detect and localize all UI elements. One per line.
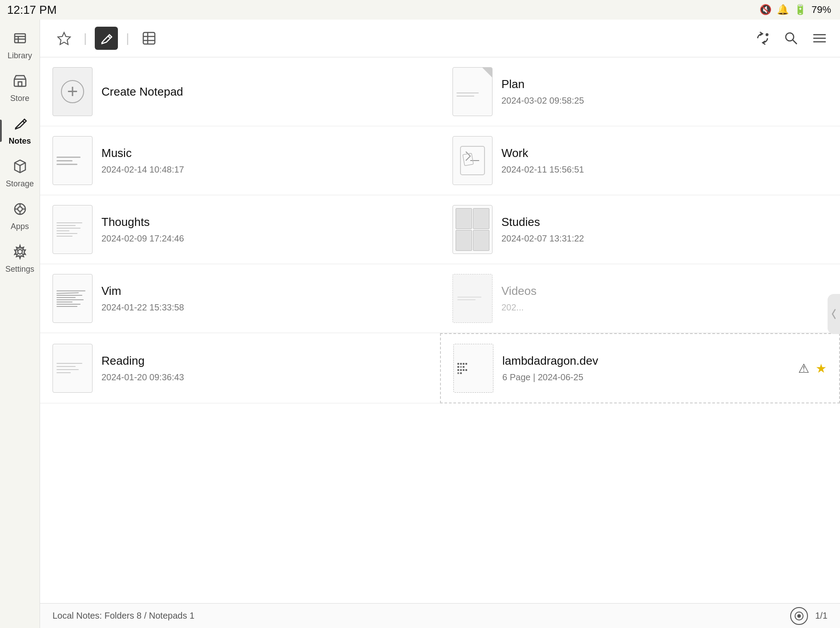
reading-date: 2024-01-20 09:36:43	[101, 372, 428, 382]
music-item[interactable]: Music 2024-02-14 10:48:17	[40, 126, 440, 195]
sidebar-item-apps-label: Apps	[11, 222, 29, 231]
music-name: Music	[101, 146, 428, 160]
videos-info: Videos 202...	[501, 284, 828, 313]
vim-date: 2024-01-22 15:33:58	[101, 302, 428, 313]
studies-thumb	[452, 205, 493, 254]
sidebar-item-library[interactable]: Library	[0, 24, 40, 67]
thoughts-item[interactable]: Thoughts 2024-02-09 17:24:46	[40, 195, 440, 264]
svg-point-30	[798, 615, 800, 617]
status-bar: 12:17 PM 🔇 🔔 🔋 79%	[0, 0, 840, 20]
reading-name: Reading	[101, 354, 428, 368]
svg-rect-28	[463, 153, 473, 165]
volume-icon: 🔇	[759, 4, 771, 16]
toolbar: | |	[40, 20, 840, 57]
vim-info: Vim 2024-01-22 15:33:58	[101, 284, 428, 313]
svg-rect-5	[18, 82, 22, 86]
studies-item[interactable]: Studies 2024-02-07 13:31:22	[440, 195, 840, 264]
svg-line-16	[108, 36, 110, 38]
work-info: Work 2024-02-11 15:56:51	[501, 146, 828, 175]
right-edge-handle[interactable]	[828, 294, 840, 334]
edit-button[interactable]	[95, 27, 118, 50]
svg-line-23	[793, 40, 797, 44]
sidebar-item-settings[interactable]: Settings	[0, 238, 40, 280]
studies-date: 2024-02-07 13:31:22	[501, 233, 828, 244]
svg-rect-17	[143, 32, 155, 44]
library-icon	[12, 30, 28, 48]
work-item[interactable]: Work 2024-02-11 15:56:51	[440, 126, 840, 195]
lambda-extras: ⚠ ★	[798, 361, 827, 376]
videos-date: 202...	[501, 302, 828, 313]
thoughts-thumb	[52, 205, 93, 254]
footer-page: 1/1	[815, 611, 828, 621]
status-footer: Local Notes: Folders 8 / Notepads 1 1/1	[40, 603, 840, 628]
favorites-button[interactable]	[52, 27, 76, 50]
status-time: 12:17 PM	[7, 3, 57, 17]
toolbar-sep-2: |	[126, 31, 129, 45]
svg-line-6	[23, 121, 24, 123]
sidebar-item-store-label: Store	[10, 94, 29, 103]
search-button[interactable]	[783, 30, 799, 46]
sidebar-item-storage[interactable]: Storage	[0, 152, 40, 195]
toolbar-right	[755, 30, 828, 46]
videos-thumb	[452, 274, 493, 323]
svg-marker-15	[58, 32, 70, 44]
lambda-info: lambdadragon.dev 6 Page | 2024-06-25	[502, 354, 789, 382]
create-plus-icon: +	[61, 80, 84, 103]
toolbar-left: | |	[52, 27, 161, 50]
thoughts-name: Thoughts	[101, 215, 428, 229]
footer-sync-button[interactable]	[790, 607, 808, 625]
svg-point-22	[786, 33, 794, 41]
thoughts-date: 2024-02-09 17:24:46	[101, 233, 428, 244]
battery-icon: 🔋	[794, 4, 806, 16]
create-notepad-label: Create Notepad	[101, 85, 428, 99]
sidebar-item-notes[interactable]: Notes	[0, 109, 40, 152]
footer-text: Local Notes: Folders 8 / Notepads 1	[52, 611, 194, 621]
battery-percent: 79%	[812, 4, 831, 16]
reading-info: Reading 2024-01-20 09:36:43	[101, 354, 428, 382]
store-icon	[12, 73, 28, 91]
star-filled-icon: ★	[816, 361, 827, 376]
lambda-name: lambdadragon.dev	[502, 354, 789, 368]
sidebar-item-apps[interactable]: Apps	[0, 195, 40, 238]
music-thumb	[52, 136, 93, 185]
sidebar-item-library-label: Library	[8, 51, 32, 60]
lambda-date: 6 Page | 2024-06-25	[502, 372, 789, 382]
studies-info: Studies 2024-02-07 13:31:22	[501, 215, 828, 244]
notification-icon: 🔔	[777, 4, 789, 16]
vim-item[interactable]: Vim 2024-01-22 15:33:58	[40, 264, 440, 333]
notes-list: + Create Notepad Plan 2024-03-02 09	[40, 57, 840, 603]
plan-item[interactable]: Plan 2024-03-02 09:58:25	[440, 57, 840, 126]
reading-thumb	[52, 344, 93, 393]
sidebar-item-notes-label: Notes	[8, 137, 31, 146]
music-info: Music 2024-02-14 10:48:17	[101, 146, 428, 175]
content-area: | |	[40, 20, 840, 628]
plan-info: Plan 2024-03-02 09:58:25	[501, 77, 828, 106]
sidebar-item-settings-label: Settings	[5, 265, 34, 274]
sidebar: Library Store Notes	[0, 20, 40, 628]
sync-button[interactable]	[755, 30, 771, 46]
notes-icon	[12, 116, 28, 134]
plan-thumb	[452, 67, 493, 116]
svg-rect-0	[15, 34, 25, 43]
storage-icon	[12, 158, 28, 177]
footer-right: 1/1	[790, 607, 828, 625]
create-notepad-item[interactable]: + Create Notepad	[40, 57, 440, 126]
menu-button[interactable]	[812, 30, 828, 46]
lambda-thumb	[453, 344, 493, 393]
svg-point-9	[18, 207, 22, 211]
lambdadragon-item[interactable]: lambdadragon.dev 6 Page | 2024-06-25 ⚠ ★	[440, 333, 840, 403]
work-date: 2024-02-11 15:56:51	[501, 165, 828, 175]
work-thumb	[452, 136, 493, 185]
reading-item[interactable]: Reading 2024-01-20 09:36:43	[40, 333, 440, 403]
videos-item[interactable]: Videos 202...	[440, 264, 840, 333]
svg-rect-4	[14, 79, 26, 86]
plan-date: 2024-03-02 09:58:25	[501, 96, 828, 106]
music-date: 2024-02-14 10:48:17	[101, 165, 428, 175]
sidebar-item-store[interactable]: Store	[0, 67, 40, 109]
list-view-button[interactable]	[137, 27, 161, 50]
settings-icon	[12, 244, 28, 262]
status-icons: 🔇 🔔 🔋 79%	[759, 4, 831, 16]
thoughts-info: Thoughts 2024-02-09 17:24:46	[101, 215, 428, 244]
studies-name: Studies	[501, 215, 828, 229]
work-name: Work	[501, 146, 828, 160]
